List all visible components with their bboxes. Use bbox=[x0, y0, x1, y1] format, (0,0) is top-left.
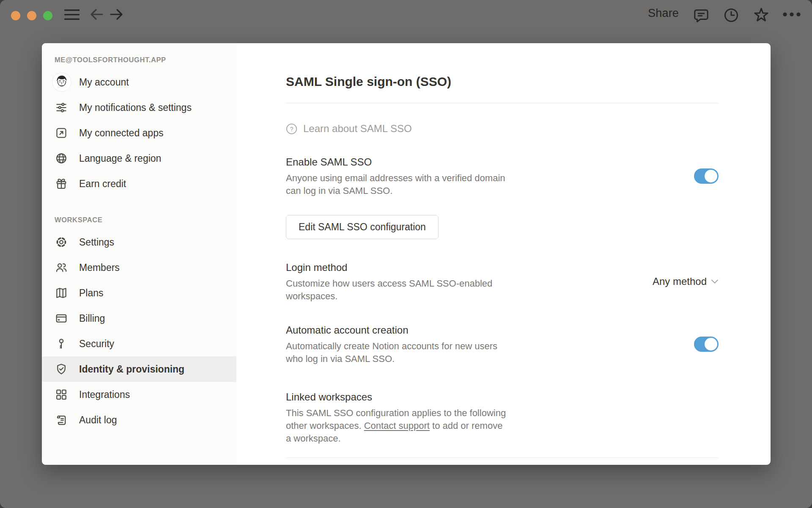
comments-icon[interactable] bbox=[693, 7, 710, 23]
divider bbox=[286, 103, 719, 103]
login-method-row: Login method Customize how users access … bbox=[286, 260, 719, 303]
toggle-knob bbox=[705, 170, 717, 182]
sliders-icon bbox=[55, 101, 68, 114]
login-method-value: Any method bbox=[653, 276, 707, 287]
login-method-dropdown[interactable]: Any method bbox=[653, 276, 719, 287]
avatar bbox=[52, 75, 71, 89]
settings-modal: ME@TOOLSFORTHOUGHT.APP My accountMy noti… bbox=[42, 43, 771, 465]
settings-content: SAML Single sign-on (SSO) ? Learn about … bbox=[236, 43, 771, 465]
favorite-icon[interactable] bbox=[753, 7, 770, 24]
auto-account-toggle[interactable] bbox=[694, 337, 719, 352]
sidebar-item-audit-log[interactable]: Audit log bbox=[42, 407, 236, 433]
menu-icon[interactable] bbox=[64, 8, 80, 21]
sidebar-item-label: My notifications & settings bbox=[79, 102, 192, 113]
linked-workspaces-section: Linked workspaces This SAML SSO configur… bbox=[286, 390, 719, 445]
titlebar: Share bbox=[0, 0, 812, 26]
sidebar-item-identity-provisioning[interactable]: Identity & provisioning bbox=[42, 356, 236, 382]
share-button[interactable]: Share bbox=[648, 7, 679, 20]
page-title: SAML Single sign-on (SSO) bbox=[286, 73, 719, 90]
window-controls bbox=[11, 11, 52, 20]
sidebar-item-label: Billing bbox=[79, 313, 105, 324]
sidebar-item-language-region[interactable]: Language & region bbox=[42, 146, 236, 171]
sidebar-item-label: Integrations bbox=[79, 389, 130, 400]
sidebar-item-billing[interactable]: Billing bbox=[42, 306, 236, 331]
back-icon[interactable] bbox=[90, 8, 104, 21]
zoom-button[interactable] bbox=[43, 11, 52, 20]
arrow-up-right-box-icon bbox=[55, 126, 68, 140]
sidebar-item-settings[interactable]: Settings bbox=[42, 229, 236, 255]
sidebar-item-security[interactable]: Security bbox=[42, 331, 236, 356]
help-icon: ? bbox=[286, 123, 297, 135]
auto-account-title: Automatic account creation bbox=[286, 323, 497, 337]
app-window: Share ME@TOOLSFORTHOUGHT.AP bbox=[0, 0, 812, 508]
map-icon bbox=[55, 286, 68, 300]
scroll-icon bbox=[55, 413, 68, 427]
sidebar-item-label: Language & region bbox=[79, 153, 161, 164]
sidebar-item-label: My account bbox=[79, 77, 129, 88]
enable-saml-row: Enable SAML SSO Anyone using email addre… bbox=[286, 155, 719, 197]
key-icon bbox=[55, 337, 68, 351]
sidebar-item-label: Earn credit bbox=[79, 178, 126, 190]
sidebar-item-plans[interactable]: Plans bbox=[42, 280, 236, 306]
sidebar-item-my-notifications-settings[interactable]: My notifications & settings bbox=[42, 95, 236, 120]
workspace-nav: SettingsMembersPlansBillingSecurityIdent… bbox=[42, 229, 236, 433]
divider bbox=[286, 458, 719, 458]
more-icon[interactable] bbox=[782, 12, 801, 17]
gift-icon bbox=[55, 177, 68, 190]
learn-saml-link[interactable]: ? Learn about SAML SSO bbox=[286, 123, 412, 135]
sidebar-item-label: Identity & provisioning bbox=[79, 364, 184, 375]
sidebar-item-label: Plans bbox=[79, 287, 104, 299]
login-method-title: Login method bbox=[286, 260, 492, 274]
learn-saml-label: Learn about SAML SSO bbox=[303, 123, 412, 135]
people-icon bbox=[55, 261, 68, 274]
auto-account-row: Automatic account creation Automatically… bbox=[286, 323, 719, 365]
account-email-label: ME@TOOLSFORTHOUGHT.APP bbox=[42, 55, 236, 64]
sidebar-item-label: My connected apps bbox=[79, 127, 163, 139]
sidebar-item-label: Members bbox=[79, 262, 120, 273]
minimize-button[interactable] bbox=[27, 11, 36, 20]
globe-icon bbox=[55, 152, 68, 165]
edit-saml-config-button[interactable]: Edit SAML SSO configuration bbox=[286, 215, 439, 239]
linked-workspaces-title: Linked workspaces bbox=[286, 390, 719, 404]
auto-account-description: Automatically create Notion accounts for… bbox=[286, 340, 497, 365]
settings-sidebar: ME@TOOLSFORTHOUGHT.APP My accountMy noti… bbox=[42, 43, 236, 465]
enable-saml-title: Enable SAML SSO bbox=[286, 155, 505, 169]
sidebar-item-earn-credit[interactable]: Earn credit bbox=[42, 171, 236, 196]
sidebar-item-label: Security bbox=[79, 338, 114, 350]
history-icon[interactable] bbox=[723, 7, 739, 23]
toggle-knob bbox=[705, 338, 717, 351]
close-button[interactable] bbox=[11, 11, 20, 20]
enable-saml-toggle[interactable] bbox=[694, 168, 719, 184]
shield-check-icon bbox=[55, 362, 68, 376]
sidebar-item-integrations[interactable]: Integrations bbox=[42, 382, 236, 407]
gear-icon bbox=[55, 235, 68, 249]
sidebar-item-members[interactable]: Members bbox=[42, 255, 236, 280]
login-method-description: Customize how users access SAML SSO-enab… bbox=[286, 277, 492, 303]
svg-text:?: ? bbox=[290, 125, 293, 132]
contact-support-link[interactable]: Contact support bbox=[364, 420, 430, 431]
enable-saml-description: Anyone using email addresses with a veri… bbox=[286, 172, 505, 197]
forward-icon[interactable] bbox=[109, 8, 123, 21]
grid-icon bbox=[55, 388, 68, 401]
sidebar-item-label: Settings bbox=[79, 237, 114, 248]
account-nav: My accountMy notifications & settingsMy … bbox=[42, 69, 236, 196]
linked-workspaces-description: This SAML SSO configuration applies to t… bbox=[286, 407, 719, 445]
chevron-down-icon bbox=[711, 279, 719, 284]
sidebar-item-label: Audit log bbox=[79, 414, 117, 426]
credit-card-icon bbox=[55, 312, 68, 325]
workspace-section-label: WORKSPACE bbox=[42, 215, 236, 224]
sidebar-item-my-account[interactable]: My account bbox=[42, 69, 236, 95]
sidebar-item-my-connected-apps[interactable]: My connected apps bbox=[42, 120, 236, 146]
